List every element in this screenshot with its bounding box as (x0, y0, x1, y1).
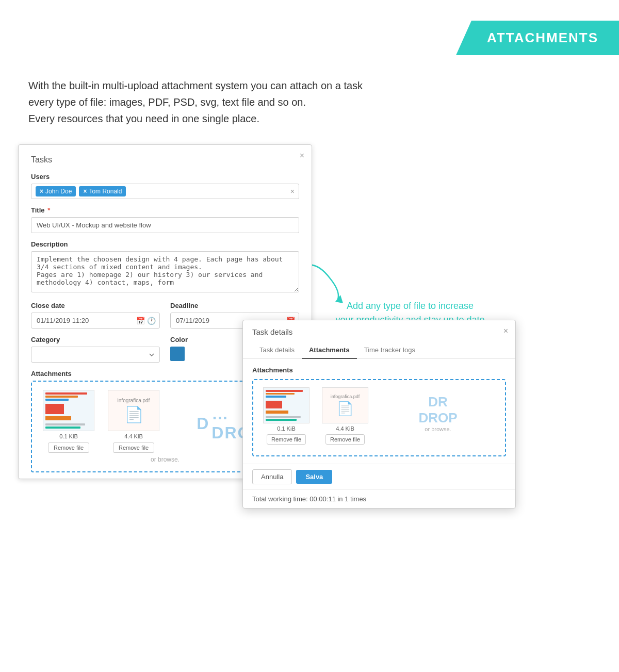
category-col: Category (31, 336, 160, 363)
page-title: ATTACHMENTS (487, 30, 598, 45)
salva-button[interactable]: Salva (296, 470, 332, 484)
user-tag-john-name: John Doe (45, 188, 72, 195)
td-drop-text: DR DROP or browse. (418, 394, 457, 432)
taskdetails-body: Attachments (243, 359, 515, 464)
tabs-row: Task details Attachments Time tracker lo… (243, 342, 515, 359)
tab-timetracker[interactable]: Time tracker logs (357, 342, 422, 359)
intro-section: With the built-in multi-upload attachmen… (28, 77, 363, 127)
taskdetails-header: Task details × (243, 320, 515, 337)
td-remove-btn-1[interactable]: Remove file (267, 434, 306, 445)
td-drop-label2: DROP (418, 410, 457, 426)
td-file-thumb-2: infografica.pdf 📄 (322, 387, 368, 423)
intro-line1: With the built-in multi-upload attachmen… (28, 80, 363, 91)
working-time: Total working time: 00:00:11 in 1 times (243, 489, 515, 508)
td-file-cards: 0.1 KiB Remove file infografica.pdf 📄 4.… (260, 387, 498, 445)
file-card-1: 0.1 KiB Remove file (40, 390, 97, 453)
file-thumb-2: infografica.pdf 📄 (108, 390, 159, 431)
close-date-col: Close date 📅 🕐 (31, 302, 160, 329)
svg-marker-0 (335, 295, 343, 303)
taskdetails-title: Task details (252, 327, 292, 336)
title-section: Title * (31, 206, 299, 233)
user-tag-john-remove[interactable]: × (40, 188, 43, 195)
td-attachments-label: Attachments (252, 366, 506, 374)
users-label: Users (31, 173, 299, 181)
category-label: Category (31, 336, 160, 343)
td-pdf-thumb: infografica.pdf 📄 (322, 388, 368, 423)
taskdetails-footer: Annulla Salva (243, 464, 515, 489)
intro-line2: every type of file: images, PDF, PSD, sv… (28, 96, 306, 108)
users-section: Users × John Doe × Tom Ronald × (31, 173, 299, 199)
file-size-2: 4.4 KiB (124, 433, 142, 439)
description-label: Description (31, 240, 299, 248)
td-file-card-2: infografica.pdf 📄 4.4 KiB Remove file (319, 387, 371, 445)
pdf-filename: infografica.pdf (118, 398, 150, 403)
td-dropzone[interactable]: 0.1 KiB Remove file infografica.pdf 📄 4.… (252, 379, 506, 456)
file-thumb-1 (43, 390, 94, 431)
drop-text: D (197, 414, 209, 433)
user-tag-tom[interactable]: × Tom Ronald (79, 186, 126, 196)
td-file-size-2: 4.4 KiB (336, 425, 354, 432)
td-drop-visual: DR DROP or browse. (378, 387, 498, 439)
td-file-thumb-1 (263, 387, 310, 423)
user-tag-john[interactable]: × John Doe (36, 186, 76, 196)
td-drop-label: DR (418, 394, 457, 410)
header-banner: ATTACHMENTS (456, 21, 619, 55)
deadline-label: Deadline (170, 302, 299, 309)
tasks-modal-close[interactable]: × (300, 151, 304, 160)
pdf-icon: 📄 (124, 405, 143, 423)
td-drop-or: or browse. (418, 426, 457, 432)
intro-line3: Every resources that you need in one sin… (28, 113, 259, 124)
title-required: * (47, 206, 50, 214)
description-section: Description Implement the choosen design… (31, 240, 299, 294)
tasks-modal-title: Tasks (31, 155, 299, 165)
users-clear-btn[interactable]: × (290, 187, 295, 195)
color-swatch[interactable] (170, 347, 185, 361)
file-size-1: 0.1 KiB (59, 433, 77, 439)
user-tag-tom-name: Tom Ronald (89, 188, 122, 195)
taskdetails-modal: Task details × Task details Attachments … (242, 320, 516, 509)
td-remove-btn-2[interactable]: Remove file (325, 434, 365, 445)
file-card-2: infografica.pdf 📄 4.4 KiB Remove file (105, 390, 162, 453)
remove-file-btn-1[interactable]: Remove file (48, 442, 89, 453)
title-label: Title * (31, 206, 299, 214)
close-date-label: Close date (31, 302, 160, 309)
description-textarea[interactable]: Implement the choosen design with 4 page… (31, 251, 299, 292)
td-thumb-visual-1 (264, 388, 309, 423)
close-date-icons: 📅 🕐 (136, 317, 156, 325)
category-select[interactable] (31, 347, 160, 363)
td-file-card-1: 0.1 KiB Remove file (260, 387, 312, 445)
close-date-wrap: 📅 🕐 (31, 313, 160, 329)
td-pdf-filename: infografica.pdf (331, 394, 360, 399)
title-input[interactable] (31, 217, 299, 233)
user-tag-tom-remove[interactable]: × (83, 188, 87, 195)
taskdetails-close[interactable]: × (503, 326, 508, 336)
thumb-visual-1 (43, 390, 94, 431)
remove-file-btn-2[interactable]: Remove file (113, 442, 154, 453)
td-file-size-1: 0.1 KiB (277, 425, 295, 432)
pdf-thumb: infografica.pdf 📄 (108, 390, 159, 431)
td-pdf-icon: 📄 (337, 401, 353, 417)
annulla-button[interactable]: Annulla (252, 469, 292, 484)
users-input-row[interactable]: × John Doe × Tom Ronald × (31, 184, 299, 199)
tab-taskdetails[interactable]: Task details (252, 342, 302, 359)
tab-attachments[interactable]: Attachments (302, 342, 357, 359)
